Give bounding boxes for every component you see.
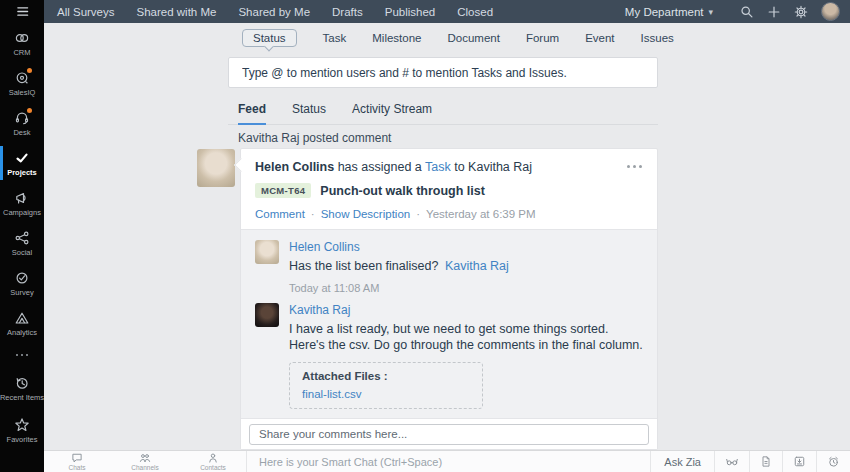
smart-chat-placeholder[interactable]: Here is your Smart Chat (Ctrl+Space) bbox=[259, 456, 650, 468]
mention-link[interactable]: Kavitha Raj bbox=[445, 259, 509, 273]
sidebar-item-campaigns[interactable]: Campaigns bbox=[0, 183, 44, 223]
module-tabs: Status Task Milestone Document Forum Eve… bbox=[228, 29, 658, 47]
sidebar-item-crm[interactable]: CRM bbox=[0, 23, 44, 63]
document-icon[interactable] bbox=[750, 455, 782, 468]
search-icon[interactable] bbox=[740, 5, 754, 19]
contacts-tab[interactable]: Contacts bbox=[194, 452, 232, 471]
user-avatar[interactable] bbox=[821, 2, 840, 21]
sidebar-item-favorites[interactable]: Favorites bbox=[0, 409, 44, 451]
comment-text-content: Has the list been finalised? bbox=[289, 259, 438, 273]
attachment-label: Attached Files : bbox=[302, 370, 470, 382]
comment-body: Kavitha Raj I have a list ready, but we … bbox=[289, 303, 643, 419]
comment-timestamp: Today at 11:08 AM bbox=[289, 282, 509, 294]
sidebar-label: Recent Items bbox=[0, 393, 44, 402]
tab-activity-stream[interactable]: Activity Stream bbox=[352, 102, 432, 124]
sidebar-label: Favorites bbox=[7, 435, 38, 444]
card-options-icon[interactable] bbox=[624, 162, 645, 171]
chats-tab[interactable]: Chats bbox=[58, 452, 96, 471]
separator: · bbox=[416, 208, 420, 220]
comment-item: Kavitha Raj I have a list ready, but we … bbox=[255, 303, 643, 419]
tab-forum[interactable]: Forum bbox=[526, 32, 559, 44]
comment-input-section bbox=[241, 418, 657, 449]
card-meta-row: Comment · Show Description · Yesterday a… bbox=[255, 208, 643, 220]
feed-post-header: Kavitha Raj posted comment bbox=[238, 131, 391, 145]
comment-input[interactable] bbox=[249, 424, 649, 445]
nav-shared-with-me[interactable]: Shared with Me bbox=[137, 6, 217, 18]
tab-task[interactable]: Task bbox=[323, 32, 347, 44]
app-menu-icon[interactable] bbox=[0, 0, 44, 23]
comment-link[interactable]: Comment bbox=[255, 208, 305, 220]
alarm-clock-icon[interactable] bbox=[817, 455, 850, 468]
chat-bubble-icon bbox=[71, 452, 83, 464]
comment-text: I have a list ready, but we need to get … bbox=[289, 321, 643, 354]
sidebar-label: SalesIQ bbox=[9, 88, 36, 97]
action-text: to Kavitha Raj bbox=[454, 160, 532, 174]
commenter-name[interactable]: Helen Collins bbox=[289, 240, 509, 254]
sidebar-item-analytics[interactable]: Analytics bbox=[0, 303, 44, 343]
divider bbox=[246, 451, 247, 472]
nav-closed[interactable]: Closed bbox=[457, 6, 493, 18]
feed-card-header: Helen Collins has assigned a Task to Kav… bbox=[241, 149, 657, 229]
commenter-avatar[interactable] bbox=[255, 303, 279, 327]
nav-shared-by-me[interactable]: Shared by Me bbox=[238, 6, 310, 18]
tab-feed-status[interactable]: Status bbox=[292, 102, 326, 124]
nav-drafts[interactable]: Drafts bbox=[332, 6, 363, 18]
tab-issues[interactable]: Issues bbox=[641, 32, 674, 44]
download-icon[interactable] bbox=[783, 455, 816, 468]
sidebar-item-salesiq[interactable]: SalesIQ bbox=[0, 63, 44, 103]
chat-tabs: Chats Channels Contacts bbox=[44, 452, 246, 471]
poster-avatar[interactable] bbox=[197, 149, 235, 187]
sidebar-item-recent-items[interactable]: Recent Items bbox=[0, 367, 44, 409]
department-dropdown[interactable]: My Department ▾ bbox=[625, 6, 713, 18]
card-timestamp: Yesterday at 6:39 PM bbox=[426, 208, 536, 220]
survey-nav: All Surveys Shared with Me Shared by Me … bbox=[44, 6, 493, 18]
smart-chat-bar: Chats Channels Contacts Here is your Sma… bbox=[44, 450, 850, 472]
notification-dot bbox=[27, 68, 32, 73]
settings-gear-icon[interactable] bbox=[794, 5, 808, 19]
notification-dot bbox=[27, 108, 32, 113]
sidebar-label: Projects bbox=[7, 168, 37, 177]
attachment-box: Attached Files : final-list.csv bbox=[289, 362, 483, 409]
task-title[interactable]: Punch-out walk through list bbox=[320, 184, 485, 198]
comments-section: Helen Collins Has the list been finalise… bbox=[241, 229, 657, 418]
chevron-down-icon: ▾ bbox=[708, 7, 713, 17]
tab-status[interactable]: Status bbox=[242, 29, 297, 47]
sidebar-item-social[interactable]: Social bbox=[0, 223, 44, 263]
nav-all-surveys[interactable]: All Surveys bbox=[57, 6, 115, 18]
sidebar-more-icon[interactable] bbox=[0, 343, 44, 367]
task-id-badge[interactable]: MCM-T64 bbox=[255, 183, 311, 198]
sidebar-item-survey[interactable]: Survey bbox=[0, 263, 44, 303]
task-link[interactable]: Task bbox=[425, 160, 451, 174]
app-sidebar: CRM SalesIQ Desk Projects Campaigns Soci… bbox=[0, 0, 44, 472]
tab-feed[interactable]: Feed bbox=[238, 102, 266, 125]
tab-event[interactable]: Event bbox=[585, 32, 614, 44]
zia-glasses-icon[interactable] bbox=[715, 455, 749, 468]
attachment-file: final-list.csv bbox=[302, 388, 470, 400]
sidebar-item-projects[interactable]: Projects bbox=[0, 143, 44, 183]
add-icon[interactable] bbox=[767, 5, 781, 19]
topbar-actions: My Department ▾ bbox=[625, 2, 850, 21]
tab-document[interactable]: Document bbox=[447, 32, 499, 44]
chat-tab-label: Contacts bbox=[200, 464, 226, 471]
sidebar-item-desk[interactable]: Desk bbox=[0, 103, 44, 143]
actor-name[interactable]: Helen Collins bbox=[255, 160, 334, 174]
channels-tab[interactable]: Channels bbox=[126, 452, 164, 471]
top-navigation-bar: All Surveys Shared with Me Shared by Me … bbox=[44, 0, 850, 23]
comment-body: Helen Collins Has the list been finalise… bbox=[289, 240, 509, 294]
nav-published[interactable]: Published bbox=[385, 6, 436, 18]
feed-card: Helen Collins has assigned a Task to Kav… bbox=[240, 148, 658, 450]
mention-input[interactable] bbox=[229, 58, 657, 87]
attachment-file-link[interactable]: final-list.csv bbox=[302, 388, 361, 400]
action-text: has assigned a bbox=[338, 160, 422, 174]
department-label: My Department bbox=[625, 6, 704, 18]
sidebar-label: Social bbox=[12, 248, 32, 257]
show-description-link[interactable]: Show Description bbox=[321, 208, 410, 220]
ask-zia-button[interactable]: Ask Zia bbox=[651, 456, 714, 468]
chat-tab-label: Channels bbox=[131, 464, 158, 471]
tab-milestone[interactable]: Milestone bbox=[372, 32, 421, 44]
sidebar-label: Survey bbox=[10, 288, 33, 297]
commenter-name[interactable]: Kavitha Raj bbox=[289, 303, 643, 317]
commenter-avatar[interactable] bbox=[255, 240, 279, 264]
separator: · bbox=[311, 208, 315, 220]
task-row: MCM-T64 Punch-out walk through list bbox=[255, 183, 643, 198]
